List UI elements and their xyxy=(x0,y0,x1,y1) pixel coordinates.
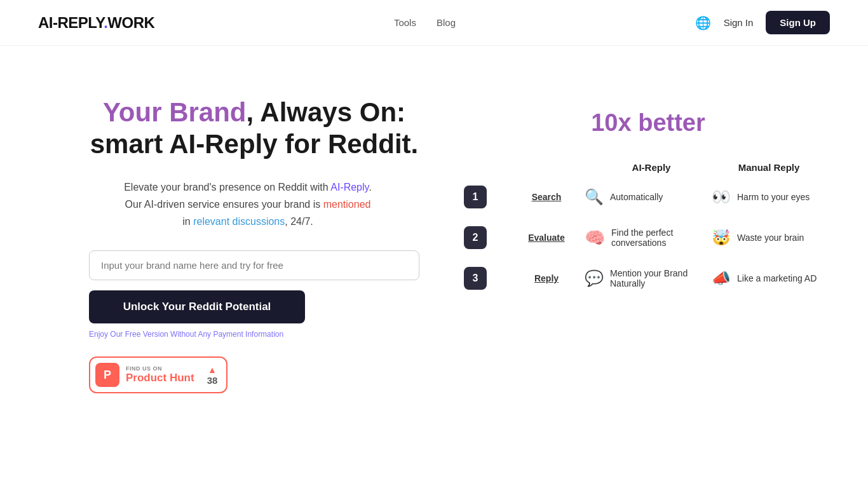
product-hunt-badge[interactable]: P FIND US ON Product Hunt ▲ 38 xyxy=(89,356,227,393)
product-hunt-name: Product Hunt xyxy=(126,372,194,384)
eyes-icon: 👀 xyxy=(712,188,731,206)
ai-reply-desc: Mention your BrandNaturally xyxy=(610,268,688,288)
hero-title-brand: Your Brand xyxy=(103,97,247,127)
comparison-section: 10x better AI-Reply Manual Reply 1 Searc… xyxy=(458,97,839,308)
logo-text-ai: AI-REPLY xyxy=(38,14,104,31)
manual-evaluate-cell: 🤯 Waste your brain xyxy=(705,229,832,247)
manual-reply-cell: 📣 Like a marketing AD xyxy=(705,269,832,287)
think-icon: 🤯 xyxy=(712,229,731,247)
comparison-row-2: 2 Evaluate 🧠 Find the perfectconversatio… xyxy=(458,226,839,249)
hero-section: Your Brand, Always On: smart AI-Reply fo… xyxy=(89,97,419,393)
manual-search-cell: 👀 Harm to your eyes xyxy=(705,188,832,206)
megaphone-icon: 📣 xyxy=(712,269,731,287)
comparison-header: AI-Reply Manual Reply xyxy=(458,162,839,173)
nav-blog-link[interactable]: Blog xyxy=(437,17,456,28)
action-search: Search xyxy=(515,192,578,202)
brand-name-input[interactable] xyxy=(89,250,419,280)
navbar: AI-REPLY.WORK Tools Blog 🌐 Sign In Sign … xyxy=(0,0,868,46)
ai-search-cell: 🔍 Automatically xyxy=(578,188,705,206)
main-content: Your Brand, Always On: smart AI-Reply fo… xyxy=(0,46,868,431)
hero-subtitle-mentioned: mentioned xyxy=(323,199,371,210)
nav-right: 🌐 Sign In Sign Up xyxy=(695,11,830,34)
ai-evaluate-desc: Find the perfectconversations xyxy=(611,227,673,248)
hero-title-line2: smart AI-Reply for Reddit. xyxy=(90,129,419,159)
manual-evaluate-desc: Waste your brain xyxy=(737,233,804,243)
action-evaluate: Evaluate xyxy=(515,233,578,243)
hero-subtitle: Elevate your brand's presence on Reddit … xyxy=(89,179,407,231)
nav-tools-link[interactable]: Tools xyxy=(394,17,416,28)
nav-links: Tools Blog xyxy=(394,17,456,28)
upvote-arrow-icon: ▲ xyxy=(208,365,217,375)
free-note-link[interactable]: Enjoy Our Free Version Without Any Payme… xyxy=(89,330,419,339)
product-hunt-text: FIND US ON Product Hunt xyxy=(126,365,194,384)
step-badge-1: 1 xyxy=(464,186,487,208)
step-badge-2: 2 xyxy=(464,226,487,249)
logo[interactable]: AI-REPLY.WORK xyxy=(38,14,154,32)
chat-bubble-icon: 💬 xyxy=(585,269,604,287)
col-ai-header: AI-Reply xyxy=(578,162,705,173)
hero-title-always-on: , Always On: xyxy=(247,97,406,127)
search-circle-icon: 🔍 xyxy=(585,188,604,206)
globe-icon[interactable]: 🌐 xyxy=(695,15,711,30)
comparison-row-3: 3 Reply 💬 Mention your BrandNaturally 📣 … xyxy=(458,267,839,290)
signin-button[interactable]: Sign In xyxy=(724,17,754,28)
brand-input-wrapper xyxy=(89,250,419,280)
hero-title: Your Brand, Always On: smart AI-Reply fo… xyxy=(89,97,419,161)
better-title: 10x better xyxy=(458,109,839,137)
manual-search-desc: Harm to your eyes xyxy=(737,192,810,202)
manual-reply-desc: Like a marketing AD xyxy=(737,273,817,283)
product-hunt-icon: P xyxy=(95,363,119,387)
hero-subtitle-aireply: AI-Reply xyxy=(330,182,369,193)
vote-count: 38 xyxy=(207,375,218,386)
col-manual-header: Manual Reply xyxy=(705,162,832,173)
product-hunt-votes: ▲ 38 xyxy=(207,365,218,386)
action-reply: Reply xyxy=(515,273,578,283)
ai-search-desc: Automatically xyxy=(610,192,663,202)
brain-icon: 🧠 xyxy=(585,228,605,248)
ai-reply-cell: 💬 Mention your BrandNaturally xyxy=(578,268,705,288)
hero-subtitle-discussions: relevant discussions xyxy=(193,216,285,227)
step-badge-3: 3 xyxy=(464,267,487,290)
ai-evaluate-cell: 🧠 Find the perfectconversations xyxy=(578,227,705,248)
comparison-row-1: 1 Search 🔍 Automatically 👀 Harm to your … xyxy=(458,186,839,208)
cta-button[interactable]: Unlock Your Reddit Potential xyxy=(89,290,305,323)
product-hunt-find-label: FIND US ON xyxy=(126,365,194,372)
logo-text-work: WORK xyxy=(107,14,154,31)
signup-button[interactable]: Sign Up xyxy=(766,11,830,34)
